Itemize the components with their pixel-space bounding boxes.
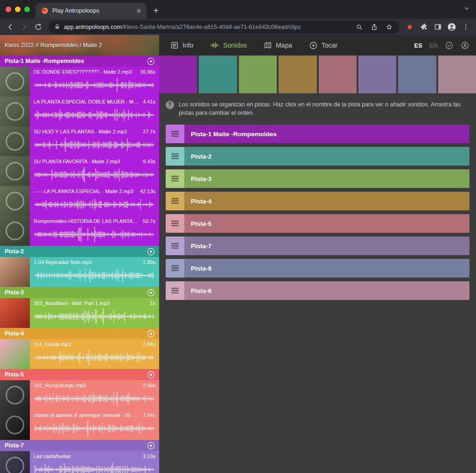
clip-info: 102_Hunguhungu.mp32.56s [34,383,155,388]
track-row[interactable]: Pista-8 [166,259,469,278]
nav-item-sonidos[interactable]: Sonidos [210,42,247,49]
close-window-button[interactable] [6,7,11,12]
back-icon[interactable] [4,21,17,34]
bookmark-star-icon[interactable] [383,21,396,34]
reload-icon[interactable] [32,21,45,34]
clip-title: SU HIJO Y LAS PLANTAS - Maite 2.mp3 [34,129,139,134]
clip-info: chants et danses d' amerique centrale - … [34,412,155,418]
clip-waveform [34,135,155,154]
breadcrumb[interactable]: Kleos 2022 // Rompemoldes / Maite 2 [0,35,159,56]
clip-thumbnail [0,126,30,156]
track-header[interactable]: Pista-7 [0,440,159,451]
drag-handle-icon[interactable] [166,169,184,188]
clip-waveform [34,348,155,367]
share-icon[interactable] [368,21,381,34]
nav-item-mapa[interactable]: Mapa [264,41,292,49]
address-bar[interactable]: app.antropoloops.com/Kleos-Santa-Marina/… [49,21,399,34]
clip-thumbnail [0,216,30,246]
clip-info: 1-04 Repicador Solo.mp31.89s [34,259,155,265]
clip-item[interactable]: Rompemoldes HISTORIA DE LAS PLANTAS...50… [0,216,159,246]
nav-item-info[interactable]: Info [170,41,193,49]
track-header[interactable]: Pista-1 Maite -Rompemoldes [0,56,159,67]
track-header[interactable]: Pista-2 [0,246,159,257]
clip-title: 114_Gunjai.mp3 [34,341,139,347]
track-row[interactable]: Pista-4 [166,192,469,210]
track-name-label: Pista-4 [5,330,147,337]
track-header[interactable]: Pista-5 [0,369,159,380]
clip-item[interactable]: 102_Hunguhungu.mp32.56s [0,380,159,410]
track-play-button[interactable] [147,330,155,338]
track-header[interactable]: Pista-3 [0,287,159,298]
drag-handle-icon[interactable] [166,236,184,255]
track-play-button[interactable] [147,442,155,450]
track-play-button[interactable] [147,57,155,65]
play-circle-icon [309,41,318,50]
zoom-window-button[interactable] [24,7,30,12]
track-column-swatch [319,56,357,93]
minimize-window-button[interactable] [15,7,21,12]
lock-icon[interactable] [54,24,60,30]
account-icon[interactable] [461,41,469,50]
clip-thumbnail [0,186,30,216]
browser-tab[interactable]: Play Antropoloops [35,3,147,19]
check-circle-icon[interactable] [445,41,454,50]
browser-menu-kebab-icon[interactable] [459,21,472,34]
drag-handle-icon[interactable] [166,147,184,166]
tab-search-chevron-icon[interactable] [463,5,470,14]
clip-body: 114_Gunjai.mp32.84s [30,339,159,369]
forward-icon[interactable] [18,21,31,34]
drag-handle-icon[interactable] [166,125,184,143]
clip-item[interactable]: 1-04 Repicador Solo.mp31.89s [0,257,159,287]
clip-item[interactable]: chants et danses d' amerique centrale - … [0,410,159,440]
track-row[interactable]: Pista-6 [166,281,469,300]
loop-ring-icon [6,192,24,210]
clip-waveform [34,225,155,244]
nav-item-tocar[interactable]: Tocar [309,41,337,50]
track-row[interactable]: Pista-3 [166,169,469,188]
new-tab-button[interactable]: + [149,4,162,17]
sidebar-track-list: Pista-1 Maite -RompemoldesDE DONDE ERES?… [0,56,159,473]
clip-item[interactable]: LA PLANTA ESPECIAL DOBLE MUJER - Mai...4… [0,97,159,126]
clip-waveform [34,105,155,125]
url-text[interactable]: app.antropoloops.com/Kleos-Santa-Marina/… [64,24,353,30]
clip-item[interactable]: 203_Amalihani - Mali: Part 1.mp31s [0,298,159,328]
track-row[interactable]: Pista-2 [166,147,469,166]
record-extension-icon[interactable] [403,21,416,34]
clip-title: LA PLANTA ESPECIAL DOBLE MUJER - Mai... [34,99,139,104]
drag-handle-icon[interactable] [166,192,184,210]
track-play-button[interactable] [147,248,155,256]
lang-es-button[interactable]: ES [414,42,422,49]
clip-title: 203_Amalihani - Mali: Part 1.mp3 [34,300,146,306]
profile-avatar-icon[interactable] [445,21,458,34]
track-row[interactable]: Pista-7 [166,236,469,255]
lang-en-button[interactable]: EN [429,42,438,49]
extensions-puzzle-icon[interactable] [417,21,430,34]
track-row[interactable]: Pista-5 [166,214,469,233]
clip-item[interactable]: 114_Gunjai.mp32.84s [0,339,159,369]
track-header[interactable]: Pista-4 [0,328,159,339]
drag-handle-icon[interactable] [166,259,184,278]
drag-handle-icon[interactable] [166,214,184,233]
track-play-button[interactable] [147,289,155,297]
clip-item[interactable]: Las castañuelas3.13s [0,451,159,473]
antropoloops-favicon-icon [41,7,49,14]
clip-body: chants et danses d' amerique centrale - … [30,410,159,440]
track-play-button[interactable] [147,371,155,379]
clip-item[interactable]: SU PLANTA FAVORITA - Maite 2.mp39.43s [0,156,159,186]
zoom-icon[interactable] [353,21,366,34]
tab-close-icon[interactable] [134,7,143,15]
nav-label: Tocar [322,42,337,49]
browser-tab-strip: Play Antropoloops + [0,0,476,19]
clip-item[interactable]: DE DONDE ERES???????? - Maite 2.mp316.96… [0,67,159,97]
clip-item[interactable]: SU HIJO Y LAS PLANTAS - Maite 2.mp327.7s [0,126,159,156]
clip-duration: 50.7s [143,218,155,224]
drag-handle-icon[interactable] [166,281,184,300]
track-row[interactable]: Pista-1 Maite -Rompemoldes [166,125,469,143]
clip-thumbnail [0,97,30,126]
side-panel-icon[interactable] [431,21,444,34]
track-column-swatch [438,56,476,93]
clip-thumbnail [0,156,30,186]
clip-title: Las castañuelas [34,453,139,459]
clip-thumbnail [0,257,30,287]
clip-item[interactable]: ------LA PLANNTA ESPECIAL - Maite 2.mp34… [0,186,159,216]
